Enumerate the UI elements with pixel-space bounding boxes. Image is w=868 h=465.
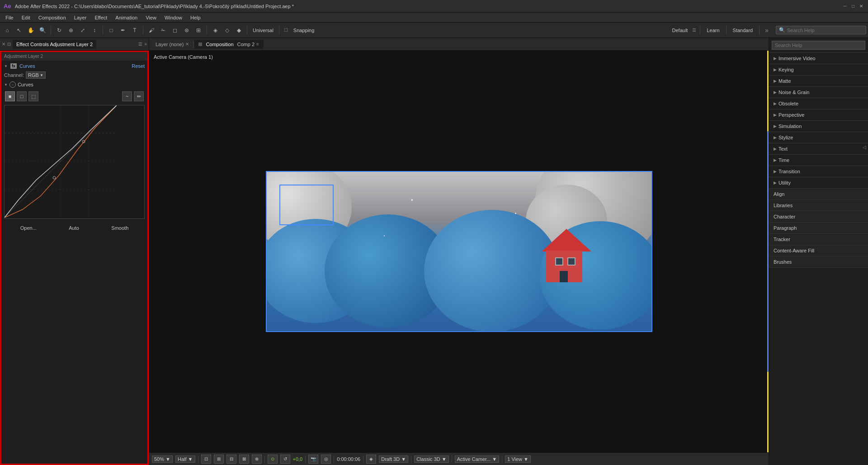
- hand-tool[interactable]: ✋: [25, 25, 36, 36]
- layer-tab-close[interactable]: ✕: [185, 42, 189, 47]
- maximize-button[interactable]: □: [850, 3, 856, 9]
- clone-tool[interactable]: ✁: [158, 25, 169, 36]
- menu-edit[interactable]: Edit: [18, 14, 34, 21]
- rect-tool[interactable]: □: [106, 25, 117, 36]
- layer-tab[interactable]: Layer (none) ✕: [151, 40, 193, 49]
- learn-label[interactable]: Learn: [704, 27, 722, 34]
- panel-extend[interactable]: »: [144, 42, 147, 47]
- menu-composition[interactable]: Composition: [35, 14, 70, 21]
- transition-header[interactable]: ▶ Transition: [769, 166, 868, 177]
- select-tool[interactable]: ↖: [14, 25, 24, 36]
- curves-canvas[interactable]: [4, 105, 145, 219]
- paint-tool[interactable]: 🖌: [146, 25, 157, 36]
- immersive-video-header[interactable]: ▶ Immersive Video: [769, 53, 868, 64]
- home-button[interactable]: ⌂: [2, 25, 13, 36]
- panel-float[interactable]: ⊡: [7, 42, 11, 47]
- curves-svg[interactable]: [5, 105, 117, 218]
- extend-button[interactable]: »: [763, 27, 770, 34]
- standard-label[interactable]: Standard: [730, 27, 756, 34]
- paragraph-panel-title[interactable]: Paragraph: [769, 223, 868, 234]
- zoom-tool[interactable]: 🔍: [37, 25, 48, 36]
- refresh[interactable]: ↺: [280, 455, 290, 464]
- menu-animation[interactable]: Animation: [112, 14, 141, 21]
- curves-toggle-arrow[interactable]: ▼: [4, 83, 8, 87]
- panel-menu[interactable]: ☰: [138, 42, 142, 47]
- universal-label[interactable]: Universal: [250, 27, 276, 34]
- close-button[interactable]: ✕: [858, 3, 864, 9]
- safe-margins[interactable]: ⊠: [239, 455, 249, 464]
- track-tool[interactable]: ◆: [233, 25, 244, 36]
- rotation-tool[interactable]: ↻: [54, 25, 65, 36]
- curves-tool-eyedropper[interactable]: ✏: [134, 91, 144, 101]
- fit-comp[interactable]: ⊞: [214, 455, 224, 464]
- search-help-input[interactable]: [787, 28, 863, 33]
- renderer-select[interactable]: Draft 3D ▼: [379, 456, 408, 463]
- panel-collapse-btn[interactable]: ◁: [863, 145, 866, 150]
- views-select[interactable]: 1 View ▼: [505, 456, 531, 463]
- color-correction[interactable]: ⊙: [268, 455, 278, 464]
- mode-select[interactable]: Classic 3D ▼: [414, 456, 449, 463]
- libraries-panel-title[interactable]: Libraries: [769, 200, 868, 211]
- curves-tool-wave[interactable]: ~: [122, 91, 132, 101]
- curves-name[interactable]: Curves: [19, 63, 129, 69]
- channel-select[interactable]: RGB ▼: [26, 71, 46, 79]
- character-panel-title[interactable]: Character: [769, 211, 868, 223]
- curves-smooth-button[interactable]: Smooth: [108, 224, 132, 232]
- menu-layer[interactable]: Layer: [71, 14, 90, 21]
- curves-auto-button[interactable]: Auto: [65, 224, 83, 232]
- time-header[interactable]: ▶ Time: [769, 155, 868, 166]
- grid-display[interactable]: ⊕: [252, 455, 262, 464]
- utility-header[interactable]: ▶ Utility: [769, 177, 868, 188]
- renderer-btn[interactable]: ◈: [366, 455, 376, 464]
- workspace-menu-icon[interactable]: ☰: [692, 28, 696, 33]
- roto-tool[interactable]: ⊛: [181, 25, 192, 36]
- menu-window[interactable]: Window: [161, 14, 186, 21]
- right-search-input[interactable]: [772, 41, 865, 50]
- transform-tool[interactable]: ⤢: [77, 25, 88, 36]
- matte-header[interactable]: ▶ Matte: [769, 76, 868, 86]
- curves-open-button[interactable]: Open...: [17, 224, 40, 232]
- panel-close[interactable]: ✕: [2, 42, 5, 47]
- snapping-label[interactable]: Snapping: [291, 27, 317, 34]
- menu-effect[interactable]: Effect: [91, 14, 111, 21]
- show-snapshot[interactable]: ◎: [321, 455, 331, 464]
- eraser-tool[interactable]: ◻: [170, 25, 180, 36]
- curves-tool-pencil[interactable]: ⬚: [28, 91, 38, 101]
- curves-expand[interactable]: ▼: [4, 64, 8, 68]
- noise-grain-header[interactable]: ▶ Noise & Grain: [769, 87, 868, 98]
- simulation-header[interactable]: ▶ Simulation: [769, 121, 868, 132]
- comp-tab-close[interactable]: ≡: [256, 42, 259, 47]
- text-header[interactable]: ▶ Text: [769, 143, 868, 154]
- fit-to-screen[interactable]: ⊡: [201, 455, 211, 464]
- menu-help[interactable]: Help: [187, 14, 204, 21]
- pen-tool[interactable]: ✒: [118, 25, 128, 36]
- minimize-button[interactable]: ─: [842, 3, 848, 9]
- tracker-panel-title[interactable]: Tracker: [769, 234, 868, 245]
- snapshot[interactable]: 📷: [308, 455, 318, 464]
- comp-image[interactable]: ✦ ✦ ✦: [266, 171, 652, 332]
- puppet-tool[interactable]: ↕: [89, 25, 100, 36]
- brushes-panel-title[interactable]: Brushes: [769, 256, 868, 268]
- camera-tool[interactable]: ⊞: [193, 25, 204, 36]
- effect-controls-tab[interactable]: Effect Controls Effect Controls Adjustme…: [13, 40, 96, 49]
- menu-view[interactable]: View: [142, 14, 160, 21]
- pin-tool[interactable]: ◈: [210, 25, 221, 36]
- menu-file[interactable]: File: [2, 14, 17, 21]
- snapping-checkbox[interactable]: ☐: [282, 28, 290, 33]
- default-label[interactable]: Default: [670, 27, 691, 34]
- obsolete-header[interactable]: ▶ Obsolete: [769, 98, 868, 109]
- comp-tab[interactable]: Composition Comp 2 ≡: [194, 40, 264, 49]
- zoom-select[interactable]: 50% ▼: [152, 456, 173, 463]
- curves-tool-point[interactable]: ■: [5, 91, 15, 101]
- perspective-header[interactable]: ▶ Perspective: [769, 109, 868, 120]
- stylize-header[interactable]: ▶ Stylize: [769, 132, 868, 143]
- camera-select[interactable]: Active Camer... ▼: [455, 456, 500, 463]
- text-tool[interactable]: T: [129, 25, 140, 36]
- align-panel-title[interactable]: Align: [769, 189, 868, 200]
- keying-header[interactable]: ▶ Keying: [769, 64, 868, 75]
- content-aware-panel-title[interactable]: Content-Aware Fill: [769, 245, 868, 256]
- curves-reset-button[interactable]: Reset: [132, 63, 145, 69]
- motion-tool[interactable]: ◇: [222, 25, 232, 36]
- comp-settings[interactable]: ⊟: [226, 455, 236, 464]
- curves-tool-smooth[interactable]: □: [17, 91, 27, 101]
